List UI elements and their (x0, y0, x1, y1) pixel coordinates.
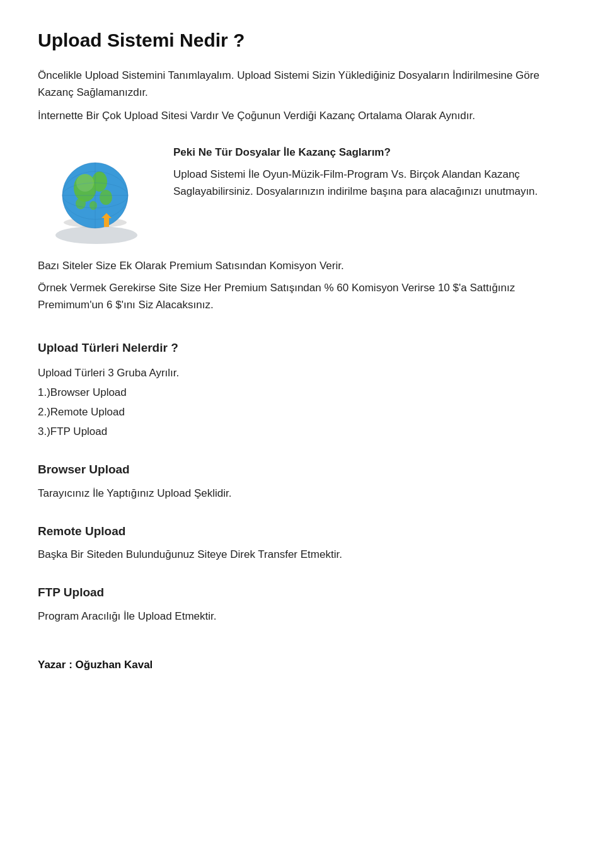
remote-upload-heading: Remote Upload (38, 522, 567, 541)
ornek-text: Örnek Vermek Gerekirse Site Size Her Pre… (38, 279, 567, 313)
upload-types-list: Upload Türleri 3 Gruba Ayrılır. 1.)Brows… (38, 364, 567, 441)
svg-point-7 (89, 201, 97, 210)
svg-point-13 (76, 174, 94, 192)
intro-section: Öncelikle Upload Sistemini Tanımlayalım.… (38, 67, 567, 125)
ftp-upload-section: FTP Upload Program Aracılığı İle Upload … (38, 583, 567, 625)
upload-type-item-1: 1.)Browser Upload (38, 384, 567, 401)
below-globe-section: Bazı Siteler Size Ek Olarak Premium Satı… (38, 257, 567, 314)
globe-section: Peki Ne Tür Dosyalar İle Kazanç Saglarım… (38, 144, 567, 251)
page-title: Upload Sistemi Nedir ? (38, 25, 567, 55)
upload-type-item-3: 3.)FTP Upload (38, 423, 567, 440)
browser-upload-heading: Browser Upload (38, 460, 567, 479)
intro-p2: İnternette Bir Çok Upload Sitesi Vardır … (38, 107, 567, 124)
intro-p1: Öncelikle Upload Sistemini Tanımlayalım.… (38, 67, 567, 101)
browser-upload-section: Browser Upload Tarayıcınız İle Yaptığını… (38, 460, 567, 502)
svg-point-5 (100, 190, 112, 205)
svg-point-4 (92, 171, 107, 192)
upload-types-intro: Upload Türleri 3 Gruba Ayrılır. (38, 364, 567, 381)
peki-p1: Upload Sistemi İle Oyun-Müzik-Film-Progr… (173, 166, 567, 200)
author-line: Yazar : Oğuzhan Kaval (38, 656, 567, 673)
globe-illustration (38, 144, 154, 251)
ftp-upload-desc: Program Aracılığı İle Upload Etmektir. (38, 608, 567, 625)
komisyon-text: Bazı Siteler Size Ek Olarak Premium Satı… (38, 257, 567, 274)
peki-heading: Peki Ne Tür Dosyalar İle Kazanç Saglarım… (173, 144, 567, 161)
browser-upload-desc: Tarayıcınız İle Yaptığınız Upload Şeklid… (38, 485, 567, 502)
ftp-upload-heading: FTP Upload (38, 583, 567, 602)
upload-type-item-2: 2.)Remote Upload (38, 403, 567, 420)
upload-types-heading: Upload Türleri Nelerdir ? (38, 339, 567, 357)
peki-section: Peki Ne Tür Dosyalar İle Kazanç Saglarım… (173, 144, 567, 251)
remote-upload-section: Remote Upload Başka Bir Siteden Bulunduğ… (38, 522, 567, 564)
remote-upload-desc: Başka Bir Siteden Bulunduğunuz Siteye Di… (38, 546, 567, 563)
svg-point-0 (55, 226, 137, 244)
